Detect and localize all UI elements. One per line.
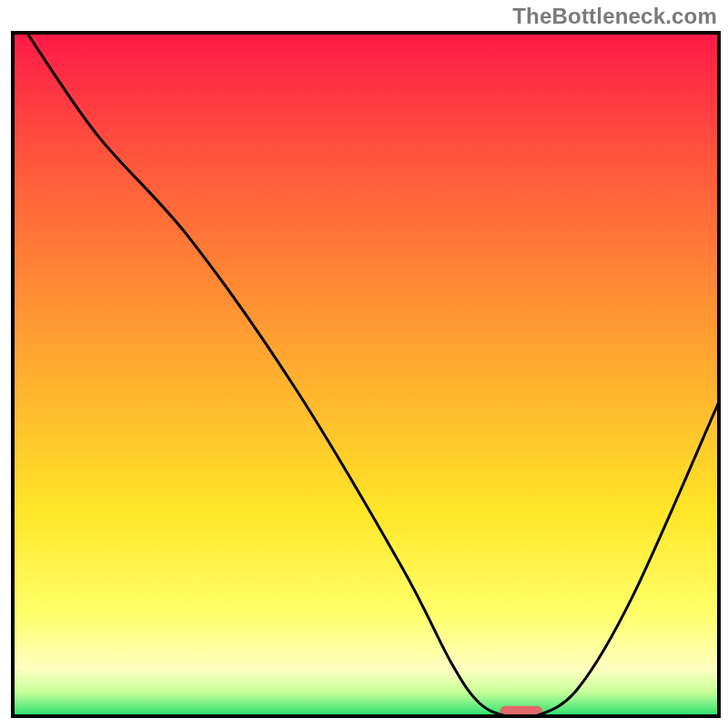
gradient-background	[13, 33, 719, 716]
chart-svg	[0, 0, 728, 728]
chart-frame: TheBottleneck.com	[0, 0, 728, 728]
